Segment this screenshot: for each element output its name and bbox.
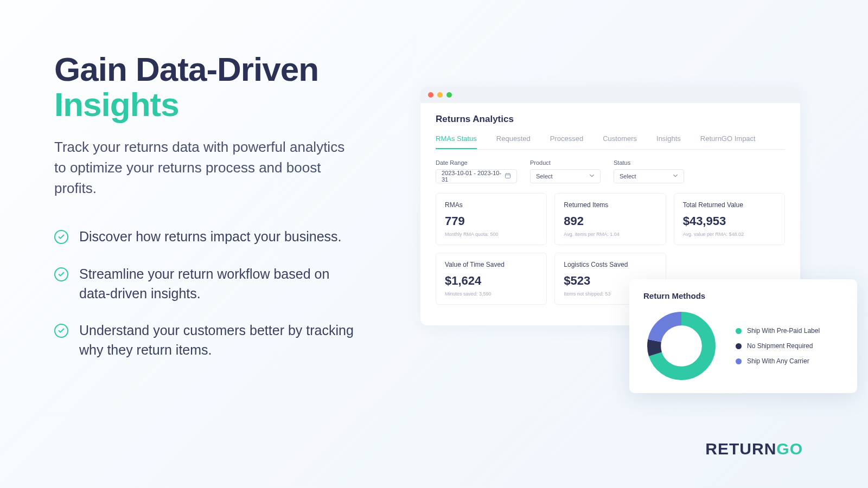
maximize-dot-icon[interactable] — [446, 92, 452, 98]
legend-label: No Shipment Required — [747, 342, 813, 350]
bullet-text: Streamline your return workflow based on… — [79, 264, 358, 304]
metric-label: Total Returned Value — [683, 201, 776, 209]
metric-time-saved: Value of Time Saved $1,624 Minutes saved… — [436, 253, 547, 305]
tab-returngo-impact[interactable]: ReturnGO Impact — [700, 134, 756, 149]
metric-sub: Avg. items per RMA: 1.04 — [564, 232, 656, 237]
bullet-list: Discover how returns impact your busines… — [54, 227, 358, 359]
headline-line2: Insights — [54, 86, 179, 123]
status-label: Status — [614, 159, 684, 166]
metric-value: 779 — [445, 214, 538, 228]
date-range-value: 2023-10-01 - 2023-10-31 — [442, 170, 505, 183]
metric-total-returned-value: Total Returned Value $43,953 Avg. value … — [674, 193, 785, 245]
date-range-filter: Date Range 2023-10-01 - 2023-10-31 — [436, 159, 517, 183]
date-range-label: Date Range — [436, 159, 517, 166]
legend-label: Ship With Pre-Paid Label — [747, 327, 820, 335]
headline-line1: Gain Data-Driven — [54, 50, 318, 88]
legend-label: Ship With Any Carrier — [747, 357, 809, 365]
metric-rmas: RMAs 779 Monthly RMA quota: 500 — [436, 193, 547, 245]
legend-item: Ship With Pre-Paid Label — [736, 327, 820, 335]
bullet-item: Discover how returns impact your busines… — [54, 227, 358, 246]
filters-row: Date Range 2023-10-01 - 2023-10-31 Produ… — [436, 159, 785, 183]
status-value: Select — [620, 173, 636, 179]
calendar-icon — [505, 172, 511, 180]
status-filter: Status Select — [614, 159, 684, 183]
legend-item: Ship With Any Carrier — [736, 357, 820, 365]
metric-value: $43,953 — [683, 214, 776, 228]
metric-value: $1,624 — [445, 274, 538, 288]
bullet-item: Understand your customers better by trac… — [54, 320, 358, 360]
check-icon — [54, 267, 68, 281]
bullet-text: Discover how returns impact your busines… — [79, 227, 342, 246]
tab-rmas-status[interactable]: RMAs Status — [436, 134, 477, 149]
window-chrome — [420, 87, 800, 103]
tab-customers[interactable]: Customers — [603, 134, 637, 149]
tabs-row: RMAs Status Requested Processed Customer… — [436, 134, 785, 150]
metric-label: Value of Time Saved — [445, 261, 538, 268]
brand-part2: GO — [776, 440, 803, 458]
metric-value: 892 — [564, 214, 656, 228]
chevron-down-icon — [589, 173, 595, 179]
product-filter: Product Select — [530, 159, 601, 183]
product-label: Product — [530, 159, 601, 166]
headline: Gain Data-Driven Insights — [54, 52, 358, 122]
donut-chart — [643, 308, 719, 384]
donut-title: Return Methods — [643, 291, 843, 300]
check-icon — [54, 230, 68, 244]
bullet-item: Streamline your return workflow based on… — [54, 264, 358, 304]
tab-insights[interactable]: Insights — [656, 134, 681, 149]
metric-sub: Monthly RMA quota: 500 — [445, 232, 538, 237]
legend-dot-icon — [736, 358, 742, 364]
metric-label: RMAs — [445, 201, 538, 209]
metric-returned-items: Returned Items 892 Avg. items per RMA: 1… — [554, 193, 666, 245]
close-dot-icon[interactable] — [428, 92, 433, 98]
metric-sub: Minutes saved: 3,590 — [445, 291, 538, 297]
metric-label: Returned Items — [564, 201, 656, 209]
tab-processed[interactable]: Processed — [550, 134, 583, 149]
brand-part1: RETURN — [705, 440, 776, 458]
svg-rect-0 — [506, 174, 510, 178]
brand-logo: RETURNGO — [705, 440, 803, 458]
date-range-input[interactable]: 2023-10-01 - 2023-10-31 — [436, 169, 517, 183]
check-icon — [54, 324, 68, 338]
product-value: Select — [536, 173, 553, 179]
status-select[interactable]: Select — [614, 169, 684, 183]
legend-dot-icon — [736, 328, 742, 334]
subheadline: Track your returns data with powerful an… — [54, 137, 358, 198]
tab-requested[interactable]: Requested — [496, 134, 531, 149]
metric-label: Logistics Costs Saved — [564, 261, 656, 268]
bullet-text: Understand your customers better by trac… — [79, 320, 358, 360]
page-title: Returns Analytics — [436, 114, 785, 125]
product-select[interactable]: Select — [530, 169, 601, 183]
metric-sub: Avg. value per RMA: $48.02 — [683, 232, 776, 237]
donut-legend: Ship With Pre-Paid Label No Shipment Req… — [736, 327, 820, 365]
legend-dot-icon — [736, 343, 742, 349]
minimize-dot-icon[interactable] — [437, 92, 443, 98]
legend-item: No Shipment Required — [736, 342, 820, 350]
return-methods-card: Return Methods Ship With Pre-Paid Label … — [629, 279, 857, 393]
chevron-down-icon — [673, 173, 678, 179]
